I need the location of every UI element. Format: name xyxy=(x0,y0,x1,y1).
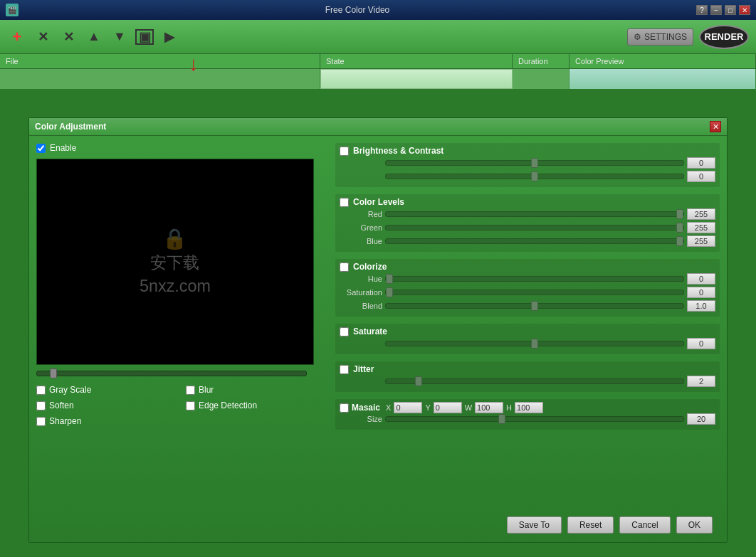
brightness-checkbox[interactable] xyxy=(340,147,349,156)
red-slider-row: Red xyxy=(340,208,715,220)
soften-checkbox[interactable] xyxy=(36,401,46,410)
add-button[interactable]: + xyxy=(7,27,27,47)
close-button[interactable]: ✕ xyxy=(739,5,750,15)
saturation-value[interactable] xyxy=(687,287,715,298)
jitter-slider-row xyxy=(340,376,715,387)
color-levels-label: Color Levels xyxy=(353,197,404,207)
contrast-slider[interactable] xyxy=(385,174,684,179)
grayscale-label: Gray Scale xyxy=(49,385,91,395)
masaic-checkbox[interactable] xyxy=(340,403,349,413)
masaic-size-value[interactable] xyxy=(687,413,715,425)
jitter-slider[interactable] xyxy=(385,378,684,384)
app-title: Free Color Video xyxy=(19,5,696,15)
blend-slider[interactable] xyxy=(385,303,684,309)
help-button[interactable]: ? xyxy=(696,5,708,15)
file-list-header: File State Duration Color Preview xyxy=(0,54,756,69)
remove-button[interactable]: ✕ xyxy=(33,27,53,47)
reset-button[interactable]: Reset xyxy=(567,516,614,534)
jitter-value[interactable] xyxy=(687,376,715,387)
toolbar: + ✕ ✕ ▲ ▼ ▣ ▶ ⚙ SETTINGS RENDER xyxy=(0,20,756,54)
edge-detection-checkbox[interactable] xyxy=(186,401,195,410)
masaic-x-input[interactable] xyxy=(394,402,422,413)
red-value[interactable] xyxy=(687,208,715,220)
brightness-value[interactable] xyxy=(687,157,715,169)
grayscale-item: Gray Scale xyxy=(36,385,172,395)
restore-button[interactable]: □ xyxy=(725,5,736,15)
masaic-y-input[interactable] xyxy=(434,402,462,413)
green-label: Green xyxy=(340,223,382,232)
blur-label: Blur xyxy=(199,385,214,395)
sharpen-checkbox[interactable] xyxy=(36,417,46,426)
preview-position-slider[interactable] xyxy=(36,371,307,376)
color-adjustment-panel: Color Adjustment ✕ Enable 🔒安下载5nxz.com G… xyxy=(28,117,728,543)
color-levels-section: Color Levels Red Green Blue xyxy=(335,194,720,252)
soften-item: Soften xyxy=(36,400,172,410)
blue-slider-row: Blue xyxy=(340,235,715,247)
up-button[interactable]: ▲ xyxy=(84,27,104,47)
panel-close-button[interactable]: ✕ xyxy=(710,121,721,132)
green-value[interactable] xyxy=(687,222,715,233)
masaic-h-input[interactable] xyxy=(515,402,543,413)
jitter-checkbox[interactable] xyxy=(340,365,349,374)
down-button[interactable]: ▼ xyxy=(110,27,130,47)
watermark: 🔒安下载5nxz.com xyxy=(140,227,211,297)
cancel-button[interactable]: Cancel xyxy=(619,516,670,534)
enable-checkbox[interactable] xyxy=(36,144,46,153)
col-file-header: File xyxy=(0,54,320,68)
blue-value[interactable] xyxy=(687,235,715,247)
panel-right: Brightness & Contrast Color Levels xyxy=(335,143,720,533)
contrast-value[interactable] xyxy=(687,171,715,182)
minimize-button[interactable]: − xyxy=(710,5,722,15)
render-button[interactable]: RENDER xyxy=(699,25,749,49)
jitter-header: Jitter xyxy=(340,364,715,374)
green-slider-row: Green xyxy=(340,222,715,233)
blue-slider[interactable] xyxy=(385,238,684,244)
panel-title: Color Adjustment xyxy=(35,122,106,132)
play-button[interactable]: ▶ xyxy=(159,27,179,47)
edge-detection-item: Edge Detection xyxy=(186,400,321,410)
blend-value[interactable] xyxy=(687,300,715,312)
masaic-size-label: Size xyxy=(340,415,382,423)
hue-value[interactable] xyxy=(687,273,715,285)
saturation-slider[interactable] xyxy=(385,290,684,295)
gear-icon: ⚙ xyxy=(634,32,641,42)
brightness-slider[interactable] xyxy=(385,160,684,166)
grayscale-checkbox[interactable] xyxy=(36,386,46,395)
window-controls: ? − □ ✕ xyxy=(696,5,750,15)
remove2-button[interactable]: ✕ xyxy=(58,27,78,47)
blur-checkbox[interactable] xyxy=(186,386,195,395)
masaic-header-row: Masaic X Y W H xyxy=(340,402,715,413)
saturate-header: Saturate xyxy=(340,327,715,336)
masaic-label: Masaic xyxy=(352,403,380,413)
masaic-w-input[interactable] xyxy=(475,402,503,413)
colorize-checkbox[interactable] xyxy=(340,262,349,272)
colorize-label: Colorize xyxy=(353,262,387,272)
save-to-button[interactable]: Save To xyxy=(507,516,562,534)
colorize-section: Colorize Hue Saturation Blend xyxy=(335,259,720,317)
masaic-size-slider[interactable] xyxy=(385,416,684,422)
saturate-checkbox[interactable] xyxy=(340,327,349,336)
settings-label: SETTINGS xyxy=(644,32,687,42)
color-levels-checkbox[interactable] xyxy=(340,198,349,207)
col-preview-header: Color Preview xyxy=(569,54,756,68)
preview-button[interactable]: ▣ xyxy=(135,29,154,45)
state-cell xyxy=(320,69,513,89)
hue-slider[interactable] xyxy=(385,276,684,282)
duration-cell xyxy=(513,69,569,89)
saturate-slider[interactable] xyxy=(385,341,684,346)
panel-title-bar: Color Adjustment ✕ xyxy=(29,118,727,136)
saturation-slider-row: Saturation xyxy=(340,287,715,298)
brightness-section: Brightness & Contrast xyxy=(335,143,720,187)
jitter-label: Jitter xyxy=(353,364,374,374)
saturate-value[interactable] xyxy=(687,338,715,349)
panel-buttons: Save To Reset Cancel OK xyxy=(507,516,713,534)
file-list-row[interactable] xyxy=(0,69,756,89)
red-slider[interactable] xyxy=(385,211,684,217)
brightness-label: Brightness & Contrast xyxy=(353,146,443,156)
color-levels-header: Color Levels xyxy=(340,197,715,207)
ok-button[interactable]: OK xyxy=(676,516,713,534)
green-slider[interactable] xyxy=(385,225,684,230)
render-label: RENDER xyxy=(705,31,744,42)
settings-button[interactable]: ⚙ SETTINGS xyxy=(627,28,693,46)
panel-content: Enable 🔒安下载5nxz.com Gray Scale Blur xyxy=(29,136,727,540)
